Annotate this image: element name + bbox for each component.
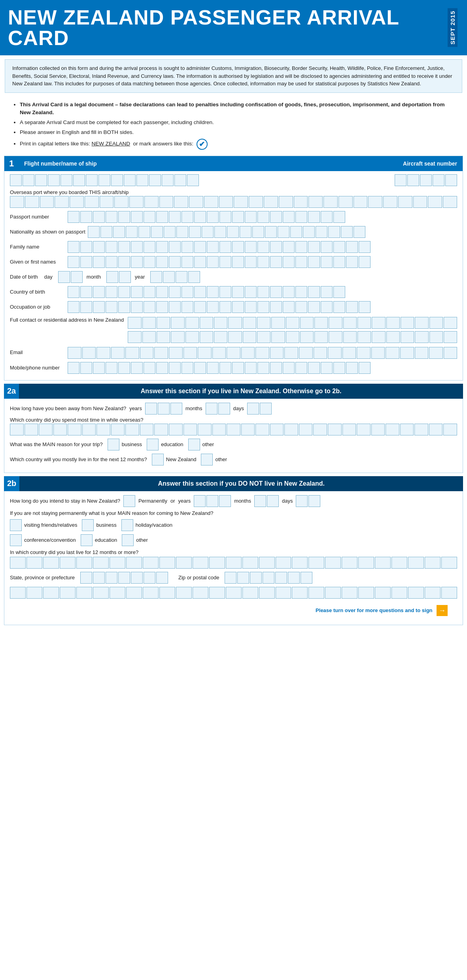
flight-cell-2[interactable] — [23, 174, 34, 186]
section-2b-number: 2b — [4, 476, 19, 491]
business-2b-checkbox[interactable] — [82, 519, 94, 531]
country-next-label: Which country will you mostly live in fo… — [10, 456, 147, 462]
flight-cell-1[interactable] — [10, 174, 22, 186]
reasons-row-1: visiting friends/relatives business holi… — [10, 519, 457, 531]
business-2b-item: business — [82, 519, 116, 531]
permanently-checkbox[interactable] — [123, 495, 135, 507]
or-label: or — [170, 498, 175, 504]
days-label-2b: days — [282, 498, 293, 504]
stay-years-cells — [194, 495, 231, 507]
address-line-2 — [128, 331, 457, 343]
last-live-label-row: In which country did you last live for 1… — [10, 549, 457, 555]
bottom-note-row: Please turn over for more questions and … — [14, 602, 453, 619]
flight-cell-15[interactable] — [187, 174, 199, 186]
flight-cell-12[interactable] — [149, 174, 161, 186]
section-2b-banner: Answer this section if you DO NOT live i… — [19, 476, 463, 491]
flight-cell-7[interactable] — [86, 174, 98, 186]
flight-cell-9[interactable] — [111, 174, 123, 186]
business-checkbox[interactable] — [108, 439, 119, 450]
other2-checkbox[interactable] — [201, 454, 213, 466]
date-label: SEPT 2015 — [448, 8, 458, 47]
email-cells — [68, 347, 457, 359]
bottom-arrow-icon: → — [437, 605, 448, 616]
visiting-checkbox[interactable] — [10, 519, 22, 531]
section-2a-content: How long have you been away from New Zea… — [4, 399, 463, 473]
seat-cell-1[interactable] — [395, 174, 406, 186]
new-zealand-label: New Zealand — [166, 456, 197, 462]
seat-cell-3[interactable] — [420, 174, 432, 186]
other2-item: other — [201, 454, 227, 466]
bullet-3-text: Please answer in English and fill in BOT… — [20, 129, 134, 135]
last-live-cells — [10, 557, 457, 569]
address-row: Full contact or residential address in N… — [10, 316, 457, 343]
stay-months-cells — [254, 495, 279, 507]
instructions-section: This Arrival Card is a legal document – … — [4, 97, 463, 156]
seat-cell-4[interactable] — [433, 174, 444, 186]
section-1-content: Overseas port where you boarded THIS air… — [4, 171, 463, 380]
business-reason-label: business — [122, 441, 142, 447]
section-1: 1 Flight number/name of ship Aircraft se… — [4, 156, 463, 381]
overseas-port-label: Overseas port where you boarded THIS air… — [10, 189, 129, 195]
section-1-labels: Flight number/name of ship Aircraft seat… — [19, 156, 463, 171]
dob-year-label: year — [135, 274, 145, 280]
new-zealand-checkbox[interactable] — [152, 454, 164, 466]
nationality-label: Nationality as shown on passport — [10, 229, 85, 235]
mobile-cells — [68, 362, 371, 374]
bullet-4: Print in capital letters like this: NEW … — [20, 139, 456, 150]
email-label: Email — [10, 349, 65, 355]
education-2b-checkbox[interactable] — [81, 534, 93, 546]
seat-cell-2[interactable] — [407, 174, 419, 186]
other-checkbox[interactable] — [188, 439, 200, 450]
months-label-2b: months — [234, 498, 251, 504]
bullet-2-text: A separate Arrival Card must be complete… — [20, 119, 214, 125]
section-2a-header: 2a Answer this section if you live in Ne… — [4, 384, 463, 399]
visiting-label: visiting friends/relatives — [24, 522, 77, 528]
flight-cell-8[interactable] — [98, 174, 110, 186]
education-checkbox[interactable] — [147, 439, 159, 450]
flight-cell-10[interactable] — [124, 174, 136, 186]
flight-cell-11[interactable] — [136, 174, 148, 186]
flight-cell-14[interactable] — [174, 174, 186, 186]
given-names-label: Given or first names — [10, 259, 65, 265]
other2-label: other — [215, 456, 227, 462]
not-staying-label: If you are not staying permanently what … — [10, 510, 213, 516]
country-birth-row: Country of birth — [10, 286, 457, 298]
education-reason-item: education — [147, 439, 183, 450]
nationality-row: Nationality as shown on passport — [10, 226, 457, 238]
away-years-cells — [145, 403, 182, 415]
away-duration-row: How long have you been away from New Zea… — [10, 403, 457, 415]
zip-cells — [225, 572, 312, 584]
years-label-2a: years — [129, 405, 142, 411]
other-2b-item: other — [122, 534, 148, 546]
flight-cell-4[interactable] — [48, 174, 60, 186]
business-reason-item: business — [108, 439, 142, 450]
flight-cell-6[interactable] — [73, 174, 85, 186]
family-name-row: Family name — [10, 241, 457, 253]
holiday-checkbox[interactable] — [121, 519, 133, 531]
flight-cell-13[interactable] — [162, 174, 174, 186]
passport-cells — [68, 211, 345, 223]
bullet-4-text: Print in capital letters like this: NEW … — [20, 141, 208, 147]
flight-cell-5[interactable] — [61, 174, 72, 186]
dob-month-cells — [106, 271, 131, 283]
away-days-cells — [247, 403, 272, 415]
aircraft-seat-label: Aircraft seat number — [403, 160, 457, 167]
other-2b-checkbox[interactable] — [122, 534, 134, 546]
last-live-label: In which country did you last live for 1… — [10, 549, 138, 555]
occupation-cells — [68, 301, 371, 313]
main-reason-label: What was the MAIN reason for your trip? — [10, 441, 103, 447]
business-2b-label: business — [96, 522, 116, 528]
seat-cell-5[interactable] — [445, 174, 457, 186]
flight-label: Flight number/name of ship — [24, 160, 403, 167]
state-cells — [80, 572, 168, 584]
conference-checkbox[interactable] — [10, 534, 22, 546]
country-birth-cells — [68, 286, 345, 298]
passport-row: Passport number — [10, 211, 457, 223]
address-label: Full contact or residential address in N… — [10, 316, 124, 324]
family-name-cells — [68, 241, 371, 253]
section-1-header: 1 Flight number/name of ship Aircraft se… — [4, 156, 463, 171]
country-spent-label: Which country did you spend most time in… — [10, 417, 143, 423]
flight-cell-3[interactable] — [35, 174, 47, 186]
other-reason-item: other — [188, 439, 214, 450]
days-label-2a: days — [233, 405, 244, 411]
